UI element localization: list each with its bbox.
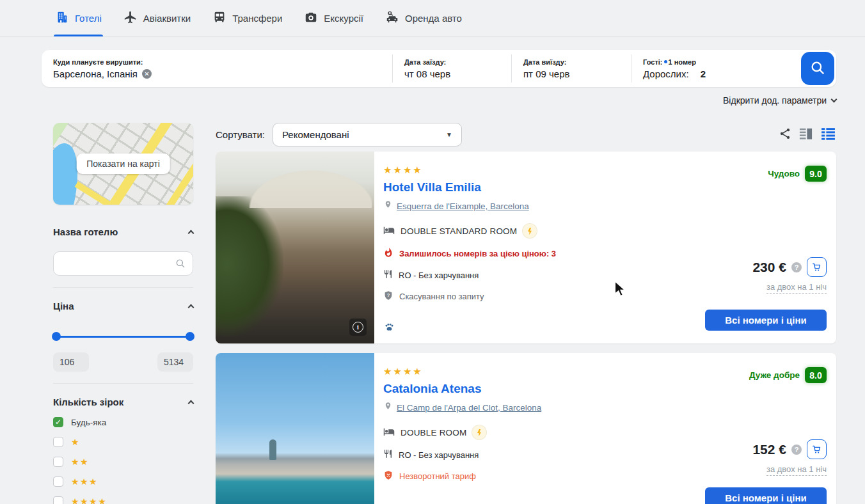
meal-icon — [383, 449, 393, 461]
price-note[interactable]: за двох на 1 ніч — [766, 464, 827, 476]
tab-transfers[interactable]: Трансфери — [211, 0, 283, 36]
price-value: 152 € — [752, 442, 786, 457]
hotel-star-rating: ★★★★ — [383, 164, 827, 176]
hotel-location-link[interactable]: El Camp de l'Arpa del Clot, Barcelona — [397, 403, 541, 413]
page: Готелі Авіаквитки Трансфери Екскурсії Ор… — [0, 0, 865, 504]
checkout-label: Дата виїзду: — [523, 58, 619, 66]
all-rooms-button[interactable]: Всі номери і ціни — [705, 310, 827, 331]
hotel-photo[interactable]: i — [216, 152, 374, 343]
stars-option-3[interactable]: ★★★ — [53, 476, 193, 487]
price-range-slider[interactable] — [53, 332, 193, 341]
sort-label: Сортувати: — [216, 129, 265, 140]
car-key-icon — [385, 10, 399, 26]
tab-hotels[interactable]: Готелі — [54, 0, 103, 36]
bed-icon — [383, 426, 395, 439]
chevron-up-icon — [188, 230, 194, 237]
search-button[interactable] — [801, 52, 834, 85]
hotel-name-link[interactable]: Hotel Villa Emilia — [383, 180, 827, 194]
hotel-card: i ★★★★ Hotel Villa Emilia Esquerra de l'… — [216, 152, 836, 343]
all-rooms-button[interactable]: Всі номери і ціни — [705, 487, 827, 504]
stars-option-1[interactable]: ★ — [53, 437, 193, 447]
photo-umbrella — [237, 163, 372, 208]
grid-view-icon[interactable] — [798, 126, 813, 143]
sort-row: Сортувати: Рекомендовані ▼ — [216, 123, 836, 146]
guests-adults-label: Дорослих: — [643, 68, 689, 79]
results-area: Сортувати: Рекомендовані ▼ i ★★★★ Hotel … — [216, 123, 836, 504]
slider-handle-max[interactable] — [186, 332, 194, 341]
guests-adults-value: 2 — [701, 68, 706, 79]
stars-option-any[interactable]: ✓ Будь-яка — [53, 417, 193, 427]
show-on-map-button[interactable]: Показати на карті — [76, 154, 170, 174]
stars-filter-header[interactable]: Кількість зірок — [53, 397, 193, 407]
price-help-icon[interactable]: ? — [791, 445, 802, 455]
checkbox-icon[interactable] — [53, 476, 63, 487]
price-block: 230 € ? за двох на 1 ніч — [752, 257, 827, 294]
sort-selected-value: Рекомендовані — [282, 129, 349, 140]
price-help-icon[interactable]: ? — [791, 262, 802, 272]
price-block: 152 € ? за двох на 1 ніч — [752, 439, 827, 476]
hotel-name-filter-header[interactable]: Назва готелю — [53, 226, 193, 237]
chevron-up-icon — [188, 400, 194, 407]
list-view-icon[interactable] — [820, 125, 836, 144]
guests-label: Гості: — [643, 58, 663, 66]
price-min-input[interactable]: 106 — [53, 352, 89, 372]
stars-option-4[interactable]: ★★★★ — [53, 496, 193, 504]
room-type: DOUBLE ROOM — [401, 428, 466, 437]
building-icon — [55, 10, 69, 26]
photo-tower — [269, 439, 276, 460]
hotel-name-link[interactable]: Catalonia Atenas — [383, 382, 827, 396]
star-icons: ★ — [71, 437, 80, 447]
instant-confirmation-icon — [472, 425, 486, 439]
hotel-name-filter-title: Назва готелю — [53, 226, 118, 237]
tab-car-rental[interactable]: Оренда авто — [384, 0, 463, 36]
camera-icon — [304, 10, 318, 26]
room-type: DOUBLE STANDARD ROOM — [401, 226, 517, 236]
rooms-left-text: Залишилось номерів за цією ціною: 3 — [399, 249, 556, 258]
guests-rooms: 1 номер — [669, 58, 696, 66]
product-tabs: Готелі Авіаквитки Трансфери Екскурсії Ор… — [0, 0, 865, 36]
extra-params-label: Відкрити дод. параметри — [723, 95, 827, 106]
filters-sidebar: Показати на карті Назва готелю Ціна — [53, 123, 193, 504]
hotel-photo[interactable]: i — [216, 353, 374, 504]
chevron-up-icon — [188, 304, 194, 311]
destination-field[interactable]: Куди плануєте вирушити: Барселона, Іспан… — [42, 54, 392, 83]
info-icon[interactable]: i — [349, 319, 367, 336]
instant-confirmation-icon — [523, 224, 537, 238]
add-to-cart-button[interactable] — [807, 439, 827, 459]
location-pin-icon — [383, 200, 393, 212]
search-icon — [175, 258, 186, 269]
clear-destination-icon[interactable]: ✕ — [142, 69, 152, 79]
fire-icon — [383, 248, 393, 260]
price-filter-title: Ціна — [53, 301, 74, 311]
checkbox-icon[interactable] — [53, 457, 63, 467]
checkbox-checked-icon[interactable]: ✓ — [53, 417, 63, 427]
hotel-location-link[interactable]: Esquerra de l'Eixample, Barcelona — [397, 201, 529, 211]
checkout-field[interactable]: Дата виїзду: пт 09 черв — [511, 54, 631, 83]
price-note[interactable]: за двох на 1 ніч — [766, 282, 827, 294]
meal-plan: RO - Без харчування — [399, 450, 479, 460]
sort-select[interactable]: Рекомендовані ▼ — [273, 123, 462, 146]
extra-params-toggle[interactable]: Відкрити дод. параметри — [723, 95, 836, 106]
slider-track — [53, 336, 193, 338]
destination-label: Куди плануєте вирушити: — [53, 58, 381, 66]
stars-any-label: Будь-яка — [71, 418, 106, 427]
stars-option-2[interactable]: ★★ — [53, 457, 193, 467]
slider-handle-min[interactable] — [52, 332, 61, 341]
hotel-name-search-input[interactable] — [53, 251, 193, 276]
checkin-field[interactable]: Дата заїзду: чт 08 черв — [392, 54, 511, 83]
checkbox-icon[interactable] — [53, 437, 63, 447]
shield-x-icon — [383, 470, 393, 482]
checkbox-icon[interactable] — [53, 496, 63, 504]
svg-text:?: ? — [387, 292, 390, 298]
guests-field[interactable]: Гості:1 номер Дорослих: 2 — [631, 54, 801, 83]
price-max-input[interactable]: 5134 — [157, 352, 193, 372]
share-icon[interactable] — [779, 127, 791, 143]
photo-plant — [216, 196, 283, 337]
price-filter-header[interactable]: Ціна — [53, 301, 193, 311]
tab-flights[interactable]: Авіаквитки — [122, 0, 192, 36]
cancellation-policy: Скасування по запиту — [399, 292, 484, 301]
map-preview[interactable]: Показати на карті — [53, 123, 193, 205]
tab-excursions[interactable]: Екскурсії — [303, 0, 365, 36]
shield-question-icon: ? — [383, 290, 393, 303]
add-to-cart-button[interactable] — [807, 257, 827, 277]
